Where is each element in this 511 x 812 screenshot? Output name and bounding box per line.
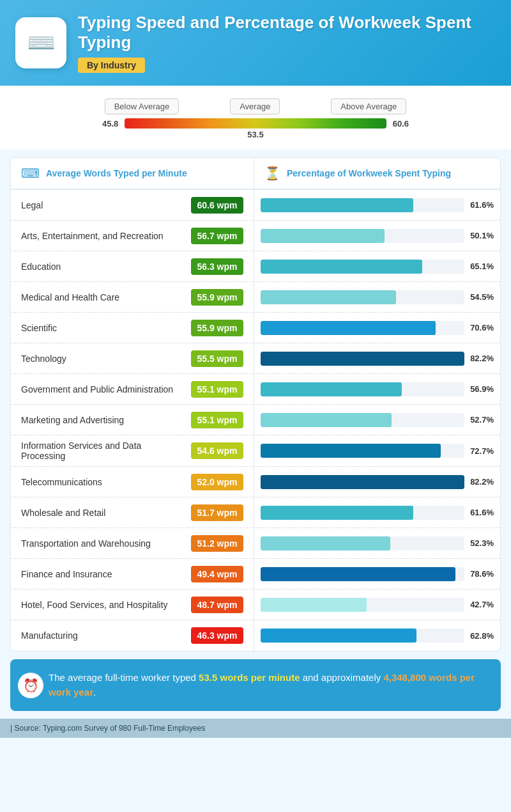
color-bar <box>125 118 386 129</box>
table-row: Telecommunications 52.0 wpm 82.2% <box>11 467 500 497</box>
industry-name: Technology <box>21 354 185 364</box>
row-right-0: 61.6% <box>254 190 500 220</box>
pct-label: 54.5% <box>469 292 494 302</box>
wpm-badge: 56.7 wpm <box>191 228 243 244</box>
row-right-14: 62.8% <box>254 620 500 651</box>
row-right-4: 70.6% <box>254 313 500 343</box>
pct-label: 82.2% <box>469 477 494 487</box>
pct-bar-wrap <box>261 321 464 335</box>
wpm-badge: 55.1 wpm <box>191 412 243 428</box>
wpm-badge: 55.9 wpm <box>191 320 243 336</box>
table-row: Legal 60.6 wpm 61.6% <box>11 190 500 221</box>
pct-label: 56.9% <box>469 384 494 394</box>
table-row: Arts, Entertainment, and Recreation 56.7… <box>11 221 500 251</box>
footer-text-before: The average full-time worker typed <box>49 672 199 683</box>
wpm-badge: 55.5 wpm <box>191 350 243 367</box>
table-row: Medical and Health Care 55.9 wpm 54.5% <box>11 282 500 313</box>
pct-bar <box>261 536 390 550</box>
pct-bar-wrap <box>261 260 464 274</box>
page-header: ⌨️ Typing Speed and Percentage of Workwe… <box>0 0 511 86</box>
col-left-title: Average Words Typed per Minute <box>46 168 187 179</box>
pct-bar-wrap <box>261 567 464 581</box>
source-bar: | Source: Typing.com Survey of 980 Full-… <box>0 719 511 738</box>
wpm-badge: 60.6 wpm <box>191 197 243 214</box>
industry-name: Transportation and Warehousing <box>21 538 185 549</box>
pct-bar-wrap <box>261 413 464 427</box>
row-left-3: Medical and Health Care 55.9 wpm <box>11 282 254 312</box>
pct-bar <box>261 475 464 489</box>
pct-bar-wrap <box>261 444 464 458</box>
header-text-block: Typing Speed and Percentage of Workweek … <box>78 13 496 73</box>
wpm-badge: 51.2 wpm <box>191 535 243 552</box>
footer-text-after: . <box>93 687 96 698</box>
pct-bar-wrap <box>261 536 464 550</box>
legend-above-average: Above Average <box>331 98 406 114</box>
pct-label: 52.7% <box>469 415 494 425</box>
pct-bar-wrap <box>261 352 464 366</box>
pct-bar <box>261 567 455 581</box>
pct-bar-wrap <box>261 475 464 489</box>
industry-name: Government and Public Administration <box>21 384 185 394</box>
col-right-title: Percentage of Workweek Spent Typing <box>287 168 451 179</box>
pct-label: 65.1% <box>469 262 494 271</box>
col-right-header: ⏳ Percentage of Workweek Spent Typing <box>254 158 500 189</box>
row-right-5: 82.2% <box>254 343 500 373</box>
industry-name: Marketing and Advertising <box>21 415 185 425</box>
industry-name: Medical and Health Care <box>21 292 185 302</box>
pct-bar-wrap <box>261 506 464 520</box>
pct-bar <box>261 444 441 458</box>
pct-bar-wrap <box>261 198 464 212</box>
legend-labels: Below Average Average Above Average <box>105 98 407 114</box>
row-right-9: 82.2% <box>254 467 500 497</box>
data-rows-container: Legal 60.6 wpm 61.6% Arts, Entertainment… <box>11 190 500 651</box>
industry-name: Finance and Insurance <box>21 569 185 579</box>
pct-bar <box>261 352 464 366</box>
table-row: Government and Public Administration 55.… <box>11 374 500 405</box>
pct-bar-wrap <box>261 382 464 396</box>
table-row: Marketing and Advertising 55.1 wpm 52.7% <box>11 405 500 435</box>
col-left-header: ⌨ Average Words Typed per Minute <box>11 158 254 189</box>
pct-bar <box>261 290 396 304</box>
row-left-8: Information Services and Data Processing… <box>11 435 254 466</box>
pct-bar-wrap <box>261 629 464 643</box>
wpm-badge: 48.7 wpm <box>191 597 243 613</box>
pct-bar <box>261 321 436 335</box>
keyboard-icon: ⌨ <box>21 166 40 181</box>
wpm-badge: 49.4 wpm <box>191 566 243 582</box>
pct-bar <box>261 413 392 427</box>
industry-name: Manufacturing <box>21 630 185 641</box>
header-icon: ⌨️ <box>15 17 66 68</box>
pct-label: 61.6% <box>469 200 494 210</box>
wpm-badge: 54.6 wpm <box>191 442 243 459</box>
source-text: | Source: Typing.com Survey of 980 Full-… <box>10 724 205 733</box>
color-bar-midpoint: 53.5 <box>247 130 263 139</box>
pct-label: 42.7% <box>469 600 494 609</box>
table-row: Education 56.3 wpm 65.1% <box>11 251 500 282</box>
row-right-1: 50.1% <box>254 221 500 251</box>
wpm-badge: 52.0 wpm <box>191 474 243 490</box>
footer-text-mid: and approximately <box>300 672 384 683</box>
by-industry-badge: By Industry <box>78 58 145 73</box>
row-right-3: 54.5% <box>254 282 500 312</box>
industry-name: Telecommunications <box>21 477 185 487</box>
table-row: Manufacturing 46.3 wpm 62.8% <box>11 620 500 651</box>
footer-note: ⏰ The average full-time worker typed 53.… <box>10 659 501 711</box>
table-row: Hotel, Food Services, and Hospitality 48… <box>11 589 500 620</box>
pct-bar <box>261 598 367 612</box>
page-title: Typing Speed and Percentage of Workweek … <box>78 13 496 52</box>
row-right-2: 65.1% <box>254 251 500 281</box>
row-left-11: Transportation and Warehousing 51.2 wpm <box>11 528 254 558</box>
color-bar-min: 45.8 <box>102 119 118 129</box>
legend-below-average: Below Average <box>105 98 179 114</box>
row-left-1: Arts, Entertainment, and Recreation 56.7… <box>11 221 254 251</box>
table-row: Finance and Insurance 49.4 wpm 78.6% <box>11 559 500 589</box>
clock-icon: ⏰ <box>18 673 43 698</box>
row-right-13: 42.7% <box>254 589 500 620</box>
row-left-2: Education 56.3 wpm <box>11 251 254 281</box>
row-left-13: Hotel, Food Services, and Hospitality 48… <box>11 589 254 620</box>
row-left-14: Manufacturing 46.3 wpm <box>11 620 254 651</box>
pct-bar <box>261 382 402 396</box>
row-left-4: Scientific 55.9 wpm <box>11 313 254 343</box>
pct-label: 50.1% <box>469 231 494 240</box>
wpm-badge: 46.3 wpm <box>191 627 243 644</box>
